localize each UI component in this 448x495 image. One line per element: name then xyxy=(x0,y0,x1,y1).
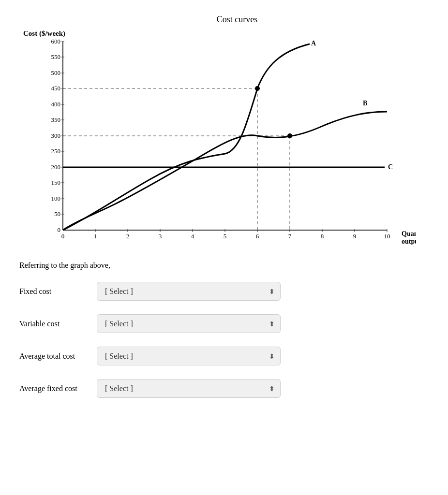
fixed-cost-wrapper: [ Select ] Curve A Curve B Curve C ⬍ xyxy=(97,282,281,301)
fixed-cost-row: Fixed cost [ Select ] Curve A Curve B Cu… xyxy=(19,282,429,301)
svg-text:4: 4 xyxy=(191,233,194,240)
intro-text: Referring to the graph above, xyxy=(19,261,429,270)
average-total-cost-wrapper: [ Select ] Curve A Curve B Curve C ⬍ xyxy=(97,347,281,365)
x-axis-label: Quantity of xyxy=(402,230,416,237)
fixed-cost-label: Fixed cost xyxy=(19,287,97,296)
svg-text:250: 250 xyxy=(51,147,61,155)
svg-text:100: 100 xyxy=(51,195,61,202)
svg-text:2: 2 xyxy=(126,233,130,240)
variable-cost-label: Variable cost xyxy=(19,320,97,328)
average-fixed-cost-select[interactable]: [ Select ] Curve A Curve B Curve C xyxy=(97,379,281,398)
average-total-cost-label: Average total cost xyxy=(19,352,97,361)
svg-text:50: 50 xyxy=(54,210,60,218)
curve-c-label: C xyxy=(388,163,393,171)
variable-cost-wrapper: [ Select ] Curve A Curve B Curve C ⬍ xyxy=(97,314,281,333)
svg-text:3: 3 xyxy=(159,233,162,240)
svg-text:400: 400 xyxy=(51,101,61,108)
svg-text:300: 300 xyxy=(51,132,61,139)
chart-svg: Cost ($/week) 600 550 500 450 400 350 30… xyxy=(19,27,416,245)
svg-text:9: 9 xyxy=(353,233,357,240)
svg-text:450: 450 xyxy=(51,85,61,92)
svg-text:10: 10 xyxy=(384,233,390,240)
svg-text:5: 5 xyxy=(224,233,227,240)
chart-container: Cost curves Cost ($/week) 600 550 500 45… xyxy=(19,15,416,247)
svg-text:500: 500 xyxy=(51,69,61,76)
svg-text:0: 0 xyxy=(58,226,61,233)
svg-text:8: 8 xyxy=(321,233,324,240)
x-ticks: 0 1 2 3 4 5 6 7 8 9 10 xyxy=(61,229,390,240)
curve-a-label: A xyxy=(311,40,316,47)
y-ticks: 600 550 500 450 400 350 300 250 200 150 … xyxy=(51,38,65,233)
curve-b-label: B xyxy=(363,100,367,107)
svg-text:600: 600 xyxy=(51,38,61,45)
svg-text:1: 1 xyxy=(94,233,97,240)
svg-text:6: 6 xyxy=(256,233,259,240)
questions-section: Referring to the graph above, Fixed cost… xyxy=(19,261,429,398)
average-total-cost-select[interactable]: [ Select ] Curve A Curve B Curve C xyxy=(97,347,281,365)
dot-a-6 xyxy=(255,86,260,91)
svg-text:350: 350 xyxy=(51,116,61,123)
y-axis-label: Cost ($/week) xyxy=(23,29,65,38)
svg-text:7: 7 xyxy=(288,233,292,240)
dot-b-7 xyxy=(287,133,292,138)
average-fixed-cost-row: Average fixed cost [ Select ] Curve A Cu… xyxy=(19,379,429,398)
fixed-cost-select[interactable]: [ Select ] Curve A Curve B Curve C xyxy=(97,282,281,301)
average-fixed-cost-wrapper: [ Select ] Curve A Curve B Curve C ⬍ xyxy=(97,379,281,398)
svg-text:150: 150 xyxy=(51,179,61,186)
chart-area: Cost ($/week) 600 550 500 450 400 350 30… xyxy=(19,27,416,245)
svg-text:200: 200 xyxy=(51,163,61,171)
variable-cost-select[interactable]: [ Select ] Curve A Curve B Curve C xyxy=(97,314,281,333)
svg-text:output/week: output/week xyxy=(402,238,416,245)
curve-b xyxy=(63,112,387,230)
average-total-cost-row: Average total cost [ Select ] Curve A Cu… xyxy=(19,347,429,365)
svg-text:550: 550 xyxy=(51,53,61,60)
average-fixed-cost-label: Average fixed cost xyxy=(19,384,97,393)
chart-title: Cost curves xyxy=(58,15,416,25)
svg-text:0: 0 xyxy=(61,233,65,240)
variable-cost-row: Variable cost [ Select ] Curve A Curve B… xyxy=(19,314,429,333)
